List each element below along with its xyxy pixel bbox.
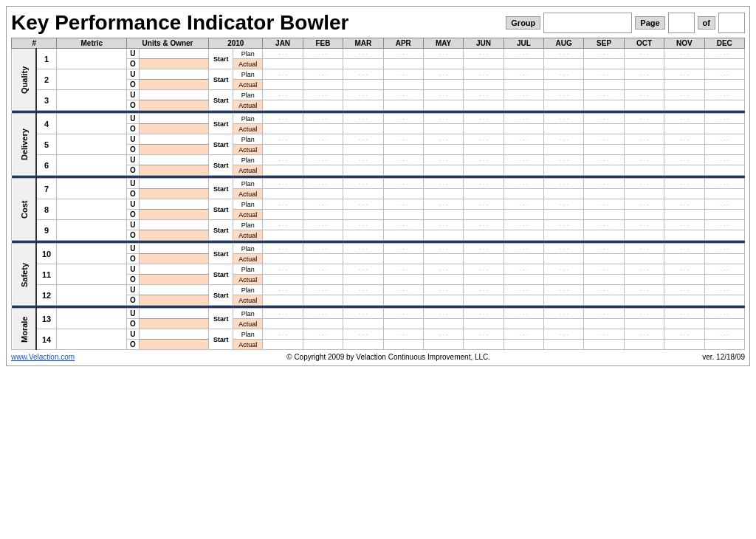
month-plan-cell[interactable]: - - -	[383, 49, 423, 59]
month-plan-cell[interactable]: - - -	[263, 155, 303, 165]
owner-input[interactable]	[139, 340, 209, 350]
month-actual-cell[interactable]	[383, 319, 423, 329]
month-plan-cell[interactable]: - - -	[464, 179, 504, 189]
month-plan-cell[interactable]: - - -	[423, 179, 463, 189]
month-plan-cell[interactable]: - - -	[303, 329, 343, 340]
month-actual-cell[interactable]	[263, 230, 303, 241]
month-plan-cell[interactable]: - - -	[704, 264, 744, 275]
metric-cell[interactable]	[57, 220, 127, 241]
month-actual-cell[interactable]	[664, 319, 704, 329]
month-actual-cell[interactable]	[263, 210, 303, 220]
month-actual-cell[interactable]	[504, 210, 543, 220]
month-actual-cell[interactable]	[423, 340, 463, 350]
month-actual-cell[interactable]	[464, 275, 504, 285]
month-actual-cell[interactable]	[303, 145, 343, 155]
month-actual-cell[interactable]	[704, 319, 744, 329]
units-input[interactable]	[139, 244, 209, 254]
units-input[interactable]	[139, 134, 209, 145]
month-plan-cell[interactable]: - - -	[624, 90, 664, 100]
month-actual-cell[interactable]	[423, 145, 463, 155]
month-plan-cell[interactable]: - - -	[383, 134, 423, 145]
month-plan-cell[interactable]: - - -	[504, 264, 543, 275]
month-actual-cell[interactable]	[383, 165, 423, 176]
metric-cell[interactable]	[57, 179, 127, 199]
month-actual-cell[interactable]	[504, 189, 543, 199]
month-plan-cell[interactable]: - - -	[624, 179, 664, 189]
month-plan-cell[interactable]: - - -	[303, 69, 343, 80]
month-actual-cell[interactable]	[423, 230, 463, 241]
month-actual-cell[interactable]	[504, 340, 543, 350]
month-plan-cell[interactable]: - - -	[464, 155, 504, 165]
month-actual-cell[interactable]	[464, 189, 504, 199]
metric-cell[interactable]	[57, 199, 127, 220]
month-actual-cell[interactable]	[303, 275, 343, 285]
month-actual-cell[interactable]	[464, 100, 504, 111]
month-actual-cell[interactable]	[464, 254, 504, 264]
owner-input[interactable]	[139, 210, 209, 220]
month-actual-cell[interactable]	[584, 319, 624, 329]
month-actual-cell[interactable]	[423, 295, 463, 306]
month-plan-cell[interactable]: - - -	[584, 329, 624, 340]
month-plan-cell[interactable]: - - -	[704, 329, 744, 340]
month-plan-cell[interactable]: - - -	[544, 309, 584, 319]
month-actual-cell[interactable]	[464, 295, 504, 306]
month-actual-cell[interactable]	[704, 124, 744, 134]
month-plan-cell[interactable]: - - -	[343, 114, 383, 124]
month-actual-cell[interactable]	[303, 165, 343, 176]
owner-input[interactable]	[139, 189, 209, 199]
month-actual-cell[interactable]	[263, 189, 303, 199]
month-plan-cell[interactable]: - - -	[504, 329, 543, 340]
metric-cell[interactable]	[57, 309, 127, 329]
month-actual-cell[interactable]	[664, 254, 704, 264]
month-plan-cell[interactable]: - - -	[423, 309, 463, 319]
units-input[interactable]	[139, 285, 209, 295]
month-actual-cell[interactable]	[303, 210, 343, 220]
owner-input[interactable]	[139, 100, 209, 111]
month-actual-cell[interactable]	[544, 124, 584, 134]
month-plan-cell[interactable]: - - -	[263, 199, 303, 210]
month-actual-cell[interactable]	[664, 340, 704, 350]
month-actual-cell[interactable]	[544, 319, 584, 329]
month-actual-cell[interactable]	[584, 165, 624, 176]
owner-input[interactable]	[139, 80, 209, 90]
month-plan-cell[interactable]: - - -	[504, 90, 543, 100]
month-plan-cell[interactable]: - - -	[303, 244, 343, 254]
month-plan-cell[interactable]: - - -	[303, 199, 343, 210]
month-actual-cell[interactable]	[504, 254, 543, 264]
month-plan-cell[interactable]: - - -	[704, 114, 744, 124]
month-actual-cell[interactable]	[704, 145, 744, 155]
month-actual-cell[interactable]	[423, 210, 463, 220]
month-plan-cell[interactable]: - - -	[584, 49, 624, 59]
owner-input[interactable]	[139, 145, 209, 155]
month-actual-cell[interactable]	[504, 59, 543, 69]
month-plan-cell[interactable]: - - -	[464, 285, 504, 295]
month-plan-cell[interactable]: - - -	[624, 309, 664, 319]
month-actual-cell[interactable]	[383, 230, 423, 241]
month-actual-cell[interactable]	[584, 80, 624, 90]
month-plan-cell[interactable]: - - -	[464, 134, 504, 145]
month-actual-cell[interactable]	[584, 189, 624, 199]
month-plan-cell[interactable]: - - -	[383, 199, 423, 210]
month-actual-cell[interactable]	[544, 145, 584, 155]
month-plan-cell[interactable]: - - -	[544, 220, 584, 230]
month-plan-cell[interactable]: - - -	[704, 69, 744, 80]
month-actual-cell[interactable]	[303, 295, 343, 306]
month-actual-cell[interactable]	[544, 80, 584, 90]
month-plan-cell[interactable]: - - -	[263, 309, 303, 319]
month-plan-cell[interactable]: - - -	[383, 114, 423, 124]
month-actual-cell[interactable]	[664, 124, 704, 134]
units-input[interactable]	[139, 220, 209, 230]
month-actual-cell[interactable]	[704, 340, 744, 350]
month-plan-cell[interactable]: - - -	[303, 309, 343, 319]
month-plan-cell[interactable]: - - -	[303, 114, 343, 124]
month-actual-cell[interactable]	[303, 254, 343, 264]
month-plan-cell[interactable]: - - -	[704, 285, 744, 295]
month-plan-cell[interactable]: - - -	[664, 264, 704, 275]
month-plan-cell[interactable]: - - -	[504, 285, 543, 295]
month-plan-cell[interactable]: - - -	[303, 155, 343, 165]
month-plan-cell[interactable]: - - -	[544, 114, 584, 124]
month-actual-cell[interactable]	[704, 165, 744, 176]
month-actual-cell[interactable]	[584, 275, 624, 285]
owner-input[interactable]	[139, 124, 209, 134]
owner-input[interactable]	[139, 275, 209, 285]
